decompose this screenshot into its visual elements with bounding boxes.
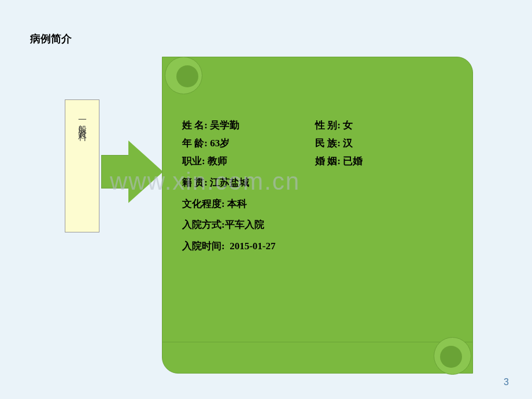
occupation-label: 职业: [182,156,205,167]
hometown-value: 江苏盐城 [210,177,249,188]
education-value: 本科 [227,198,247,209]
age-value: 63岁 [210,138,230,149]
admission-method-label: 入院方式: [182,219,225,230]
age-label: 年 龄: [182,138,208,149]
gender-value: 女 [343,120,353,131]
name-value: 吴学勤 [210,120,239,131]
admission-time-value: 2015-01-27 [230,241,275,252]
marriage-label: 婚 姻: [315,156,341,167]
scroll-panel: 姓 名: 吴学勤 性 别: 女 年 龄: 63岁 民 族: 汉 职业: 教师 [162,57,474,369]
marriage-value: 已婚 [343,156,363,167]
hometown-label: 籍 贯: [182,177,208,188]
page-number: 3 [504,377,509,387]
ethnicity-label: 民 族: [315,138,341,149]
admission-time-label: 入院时间: [182,241,225,252]
name-label: 姓 名: [182,120,208,131]
patient-info: 姓 名: 吴学勤 性 别: 女 年 龄: 63岁 民 族: 汉 职业: 教师 [182,117,460,255]
education-label: 文化程度: [182,198,225,209]
ethnicity-value: 汉 [343,138,353,149]
gender-label: 性 别: [315,120,341,131]
page-title: 病例简介 [30,32,72,46]
sidebar-box: 一般资料 [65,99,99,232]
occupation-value: 教师 [208,156,227,167]
sidebar-label: 一般资料 [77,115,88,129]
admission-method-value: 平车入院 [225,219,264,230]
